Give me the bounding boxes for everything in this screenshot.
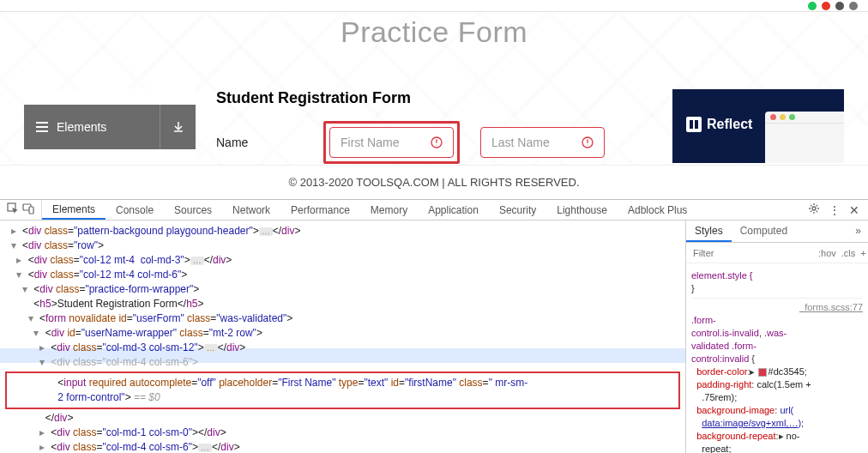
ext-icon[interactable] — [835, 2, 844, 10]
last-name-input[interactable]: Last Name — [480, 127, 605, 158]
first-name-highlight: First Name — [323, 121, 460, 164]
ad-mini-window — [765, 112, 844, 163]
invalid-icon — [431, 136, 443, 148]
ad-column: Reflect — [672, 89, 844, 165]
tab-console[interactable]: Console — [105, 200, 164, 220]
svg-rect-2 — [690, 120, 693, 129]
tab-network[interactable]: Network — [222, 200, 280, 220]
styles-rules[interactable]: element.style { } _forms.scss:77 .form- … — [686, 263, 868, 453]
add-rule-icon[interactable]: + — [860, 248, 865, 258]
devtools-toolbar: Elements Console Sources Network Perform… — [0, 200, 868, 220]
footer: © 2013-2020 TOOLSQA.COM | ALL RIGHTS RES… — [0, 165, 868, 199]
tab-performance[interactable]: Performance — [280, 200, 360, 220]
elements-tree[interactable]: ▸ <div class="pattern-backgound playgoun… — [0, 220, 685, 453]
svg-rect-6 — [29, 207, 33, 214]
ext-icon[interactable] — [849, 2, 858, 10]
sidebar-item-elements[interactable]: Elements — [24, 105, 196, 149]
tab-styles[interactable]: Styles — [686, 220, 732, 242]
settings-gear-icon[interactable] — [808, 202, 820, 217]
styles-panel: Styles Computed » :hov .cls + element.st… — [685, 220, 868, 453]
tab-application[interactable]: Application — [418, 200, 489, 220]
page-viewport: Practice Form Elements Student Registrat… — [0, 12, 868, 165]
selected-node-highlight: <input required autocomplete="off" place… — [5, 371, 680, 409]
sidebar-item-label: Elements — [57, 120, 106, 134]
more-tabs-icon[interactable]: » — [848, 220, 868, 242]
sidebar: Elements — [24, 89, 196, 165]
name-label: Name — [216, 136, 323, 149]
svg-point-7 — [812, 207, 816, 210]
ad-banner[interactable]: Reflect — [672, 89, 844, 163]
placeholder-text: Last Name — [491, 136, 550, 149]
tab-lighthouse[interactable]: Lighthouse — [546, 200, 618, 220]
cls-toggle[interactable]: .cls — [841, 248, 856, 258]
styles-filter-input[interactable] — [691, 246, 813, 260]
footer-text: © 2013-2020 TOOLSQA.COM | ALL RIGHTS RES… — [288, 176, 579, 189]
svg-rect-3 — [695, 120, 698, 129]
tab-adblock[interactable]: Adblock Plus — [618, 200, 697, 220]
invalid-icon — [582, 136, 594, 148]
tab-memory[interactable]: Memory — [360, 200, 418, 220]
devtools-panel: Elements Console Sources Network Perform… — [0, 199, 868, 453]
ext-icon[interactable] — [822, 2, 830, 10]
device-toolbar-icon[interactable] — [22, 202, 34, 218]
placeholder-text: First Name — [341, 136, 399, 149]
tab-elements[interactable]: Elements — [42, 200, 105, 220]
source-link[interactable]: _forms.scss:77 — [799, 301, 863, 314]
form-column: Student Registration Form Name First Nam… — [216, 89, 652, 165]
tab-computed[interactable]: Computed — [732, 220, 796, 242]
ad-brand: Reflect — [707, 117, 752, 132]
tab-security[interactable]: Security — [489, 200, 546, 220]
inspect-element-icon[interactable] — [7, 202, 19, 218]
close-icon[interactable]: ✕ — [849, 203, 859, 217]
more-vertical-icon[interactable]: ⋮ — [829, 203, 841, 217]
ext-icon[interactable] — [808, 2, 817, 10]
form-heading: Student Registration Form — [216, 89, 652, 107]
reflect-logo-icon — [686, 117, 702, 132]
hov-toggle[interactable]: :hov — [818, 248, 836, 258]
browser-extension-icons — [808, 2, 858, 10]
download-icon[interactable] — [160, 105, 196, 149]
tab-sources[interactable]: Sources — [164, 200, 222, 220]
first-name-input[interactable]: First Name — [329, 127, 454, 158]
menu-icon — [36, 122, 48, 132]
devtools-tabs: Elements Console Sources Network Perform… — [42, 200, 697, 220]
browser-address-bar — [0, 0, 868, 12]
